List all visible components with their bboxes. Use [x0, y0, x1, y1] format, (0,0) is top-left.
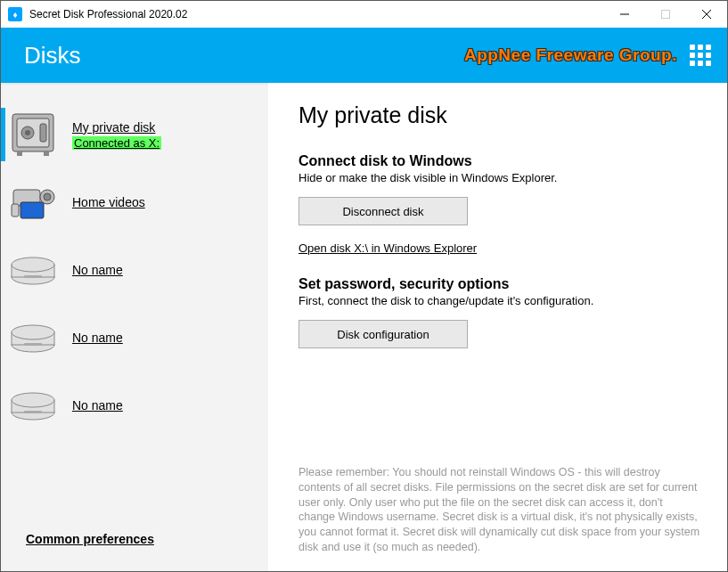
disk-item-noname-1[interactable]: No name: [1, 236, 268, 304]
disk-list: My private disk Connected as X: Home vid…: [1, 101, 268, 532]
harddisk-icon: [6, 245, 60, 295]
svg-rect-8: [40, 124, 46, 142]
close-button[interactable]: [686, 1, 727, 28]
notice-text: Please remember: You should not reinstal…: [299, 465, 702, 562]
harddisk-icon: [6, 313, 60, 363]
harddisk-icon: [6, 380, 60, 430]
disk-item-label: No name: [72, 398, 123, 413]
safe-icon: [6, 110, 60, 159]
minimize-button[interactable]: [604, 1, 645, 28]
disk-configuration-button[interactable]: Disk configuration: [299, 320, 468, 348]
disconnect-disk-button[interactable]: Disconnect disk: [299, 197, 468, 225]
svg-point-7: [25, 130, 30, 135]
disk-item-label: Home videos: [72, 195, 145, 209]
page-title: My private disk: [299, 102, 702, 128]
svg-rect-14: [20, 202, 44, 218]
svg-point-13: [44, 193, 51, 200]
svg-rect-27: [24, 411, 42, 413]
password-section-title: Set password, security options: [299, 276, 702, 292]
header: Disks AppNee Freeware Group.: [1, 28, 727, 83]
svg-point-26: [12, 393, 54, 407]
window-controls: [604, 1, 727, 28]
apps-grid-icon[interactable]: [690, 45, 711, 66]
brand-label: AppNee Freeware Group.: [464, 45, 677, 65]
titlebar: ♦ Secret Disk Professional 2020.02: [1, 1, 727, 28]
content: My private disk Connect disk to Windows …: [268, 83, 727, 571]
svg-point-18: [12, 257, 54, 272]
connect-section-sub: Hide or make the disk visible in Windows…: [299, 171, 702, 184]
app-icon: ♦: [8, 7, 22, 21]
sidebar: My private disk Connected as X: Home vid…: [1, 83, 268, 571]
connect-section-title: Connect disk to Windows: [299, 153, 702, 169]
svg-rect-23: [24, 343, 42, 346]
main: My private disk Connected as X: Home vid…: [1, 83, 727, 571]
disk-item-home-videos[interactable]: Home videos: [1, 168, 268, 236]
svg-rect-19: [24, 275, 42, 278]
disk-item-status: Connected as X:: [72, 136, 161, 150]
svg-rect-1: [662, 11, 670, 19]
disk-item-label: No name: [72, 331, 123, 345]
maximize-button[interactable]: [645, 1, 686, 28]
camcorder-icon: [6, 177, 60, 227]
disk-item-my-private-disk[interactable]: My private disk Connected as X:: [1, 101, 268, 168]
disk-item-noname-2[interactable]: No name: [1, 304, 268, 372]
svg-rect-10: [44, 151, 49, 156]
password-section-sub: First, connect the disk to change/update…: [299, 294, 702, 307]
open-disk-link[interactable]: Open disk X:\ in Windows Explorer: [299, 241, 702, 255]
header-title: Disks: [24, 42, 464, 69]
disk-item-noname-3[interactable]: No name: [1, 372, 268, 439]
svg-rect-9: [17, 151, 22, 156]
svg-point-22: [12, 325, 54, 339]
window-title: Secret Disk Professional 2020.02: [29, 8, 604, 20]
disk-item-label: My private disk: [72, 120, 161, 135]
disk-item-label: No name: [72, 263, 123, 277]
common-preferences-link[interactable]: Common preferences: [1, 532, 268, 559]
svg-rect-15: [12, 204, 19, 217]
